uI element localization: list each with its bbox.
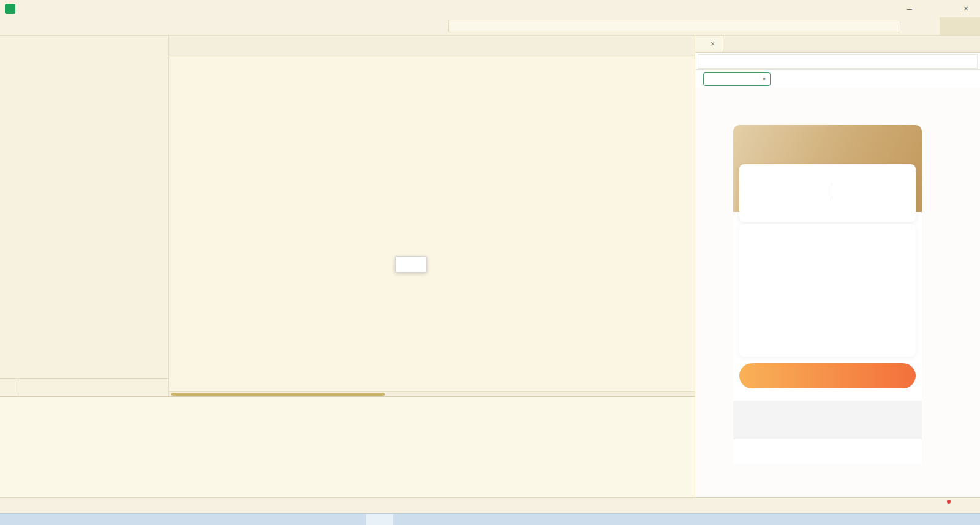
hbuilderx-window: – ×: [0, 0, 980, 525]
main-toolbar: [0, 17, 980, 36]
chevron-down-icon: ▾: [763, 75, 766, 82]
balance-title: [739, 164, 916, 174]
device-toolbar: ▾: [695, 70, 980, 88]
login-status[interactable]: [6, 502, 18, 510]
device-select[interactable]: ▾: [703, 72, 771, 86]
console-output: [11, 424, 691, 497]
phone-preview: [733, 125, 922, 464]
hbuilderx-logo-icon: [5, 4, 15, 14]
code-editor: [169, 36, 695, 396]
left-column: [0, 36, 695, 497]
taskbar-edge: [0, 513, 980, 525]
minimize-button[interactable]: –: [895, 0, 924, 17]
statusbar-right: [892, 501, 974, 511]
filter-button[interactable]: [905, 17, 919, 35]
bell-icon[interactable]: [965, 502, 974, 510]
file-tree: [0, 36, 168, 378]
horizontal-scrollbar[interactable]: [169, 391, 695, 396]
divider: [832, 182, 832, 199]
status-bar: [0, 497, 980, 513]
console-panel: [0, 396, 695, 497]
browser-tab-bar: ×: [695, 36, 980, 53]
file-search-input[interactable]: [465, 22, 896, 31]
preview-file-icon[interactable]: [53, 502, 61, 510]
notification-dot: [947, 500, 951, 504]
file-search-box[interactable]: [448, 20, 900, 32]
editor-zone: [0, 36, 695, 396]
minimap[interactable]: [652, 58, 693, 390]
project-sidebar: [0, 36, 169, 396]
preview-button[interactable]: [940, 17, 980, 35]
close-button[interactable]: ×: [952, 0, 980, 17]
editor-tooltip: [395, 256, 427, 273]
user-circle-icon: [6, 502, 15, 510]
file-search-icon: [453, 22, 461, 31]
restore-button[interactable]: [924, 0, 952, 17]
window-controls: – ×: [895, 0, 980, 17]
sidebar-activity-bar: [0, 378, 168, 396]
bottom-nav: [733, 439, 922, 464]
scrollbar-thumb[interactable]: [172, 393, 385, 396]
logout-button[interactable]: [739, 363, 916, 388]
restore-icon: [935, 6, 941, 12]
editor-tab-bar: [169, 36, 695, 56]
code-area[interactable]: [169, 56, 695, 391]
list-icon[interactable]: [39, 502, 47, 510]
activity-files-button[interactable]: [0, 379, 18, 396]
url-input[interactable]: [698, 54, 978, 69]
web-browser-tab[interactable]: ×: [695, 36, 723, 52]
update-button[interactable]: [940, 501, 949, 511]
filter-icon: [908, 22, 916, 31]
title-bar: – ×: [0, 0, 980, 17]
profile-menu: [739, 224, 916, 357]
main-area: × ▾: [0, 36, 980, 497]
close-tab-icon[interactable]: ×: [710, 40, 715, 48]
avatar-person-icon[interactable]: [744, 134, 764, 153]
browser-viewport: [695, 88, 980, 497]
browser-panel: × ▾: [695, 36, 980, 497]
taskbar-item: [366, 514, 393, 525]
address-bar: [695, 53, 980, 70]
spacer-band: [733, 401, 922, 439]
balance-row: [739, 182, 916, 199]
balance-card: [739, 164, 916, 222]
statusbar-tools: [39, 502, 67, 510]
